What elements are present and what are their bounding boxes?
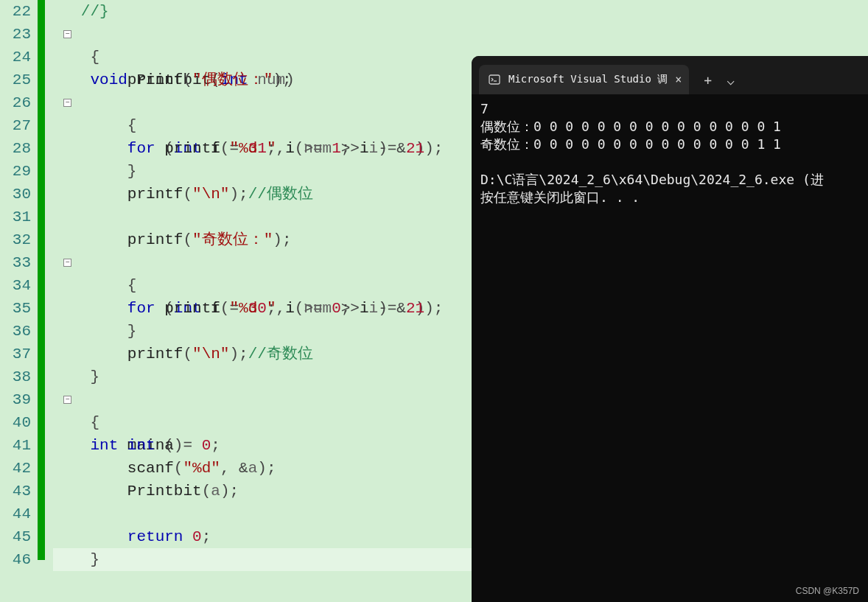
line-number: 42 — [0, 457, 31, 480]
terminal-icon — [488, 73, 501, 86]
svg-rect-0 — [489, 75, 500, 84]
line-number: 22 — [0, 0, 31, 23]
fold-minus-icon[interactable]: − — [63, 396, 71, 404]
line-number: 45 — [0, 525, 31, 548]
line-number: 40 — [0, 411, 31, 434]
line-number: 46 — [0, 548, 31, 571]
tab-actions: + ⌵ — [704, 65, 735, 94]
console-output[interactable]: 7 偶数位：0 0 0 0 0 0 0 0 0 0 0 0 0 0 0 1 奇数… — [472, 94, 868, 212]
line-number: 41 — [0, 434, 31, 457]
line-number: 35 — [0, 297, 31, 320]
line-number: 31 — [0, 206, 31, 228]
code-line[interactable]: − void Printbit(int num) — [53, 23, 868, 46]
line-number: 28 — [0, 137, 31, 160]
line-number: 29 — [0, 160, 31, 183]
new-tab-button[interactable]: + — [704, 72, 712, 88]
line-number: 43 — [0, 480, 31, 503]
line-number: 27 — [0, 114, 31, 137]
line-number: 39 — [0, 388, 31, 411]
line-number: 37 — [0, 343, 31, 365]
fold-minus-icon[interactable]: − — [63, 259, 71, 267]
line-number: 32 — [0, 228, 31, 251]
line-number: 44 — [0, 503, 31, 525]
console-tab[interactable]: Microsoft Visual Studio 调 × — [479, 65, 689, 94]
console-tab-title: Microsoft Visual Studio 调 — [508, 73, 668, 86]
close-icon[interactable]: × — [675, 73, 682, 86]
fold-minus-icon[interactable]: − — [63, 99, 71, 107]
line-number-gutter: 2223242526272829303132333435363738394041… — [0, 0, 35, 602]
line-number: 36 — [0, 320, 31, 343]
margin-strip — [35, 0, 53, 602]
git-change-bar — [38, 0, 45, 560]
line-number: 33 — [0, 251, 31, 274]
line-number: 38 — [0, 365, 31, 388]
line-number: 30 — [0, 183, 31, 206]
line-number: 25 — [0, 69, 31, 91]
watermark: CSDN @K357D — [796, 586, 859, 596]
console-tabbar: Microsoft Visual Studio 调 × + ⌵ — [472, 56, 868, 94]
fold-minus-icon[interactable]: − — [63, 30, 71, 38]
tab-dropdown-button[interactable]: ⌵ — [727, 72, 735, 88]
line-number: 24 — [0, 46, 31, 69]
line-number: 26 — [0, 91, 31, 114]
line-number: 34 — [0, 274, 31, 297]
debug-console-window: Microsoft Visual Studio 调 × + ⌵ 7 偶数位：0 … — [472, 56, 868, 602]
line-number: 23 — [0, 23, 31, 46]
code-line[interactable]: //} — [53, 0, 868, 23]
